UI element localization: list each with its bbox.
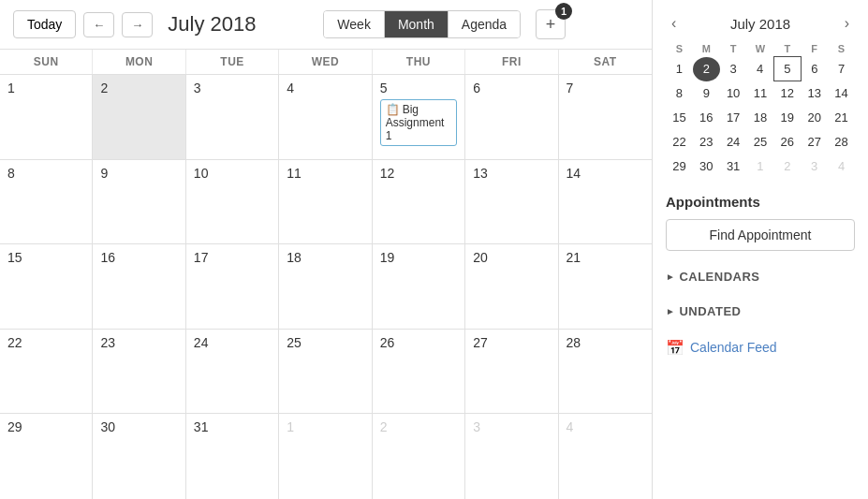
- mini-date-cell[interactable]: 8: [666, 81, 693, 106]
- mini-date-cell[interactable]: 29: [666, 154, 693, 179]
- next-button[interactable]: →: [122, 12, 153, 37]
- undated-header[interactable]: ► UNDATED: [666, 301, 855, 322]
- calendars-header[interactable]: ► CALENDARS: [666, 266, 855, 287]
- mini-date-cell[interactable]: 16: [693, 106, 720, 130]
- calendar-cell[interactable]: 15: [0, 244, 93, 329]
- calendar-cell[interactable]: 12: [373, 160, 465, 244]
- mini-next-button[interactable]: ›: [839, 13, 855, 34]
- calendar-cell[interactable]: 29: [0, 414, 93, 499]
- calendar-cell[interactable]: 21: [559, 244, 652, 329]
- prev-button[interactable]: ←: [83, 12, 114, 37]
- mini-date-cell[interactable]: 11: [747, 81, 774, 106]
- calendar-cell[interactable]: 1: [0, 75, 93, 159]
- date-number: 15: [7, 250, 22, 265]
- calendar-cell[interactable]: 7: [559, 75, 652, 159]
- calendar-cell[interactable]: 24: [186, 330, 279, 414]
- calendar-cell[interactable]: 19: [373, 244, 465, 329]
- mini-date-cell[interactable]: 2: [693, 57, 720, 81]
- calendar-week: 12345📋Big Assignment 167: [0, 75, 652, 160]
- mini-date-cell[interactable]: 30: [693, 154, 720, 179]
- calendar-cell[interactable]: 22: [0, 330, 93, 414]
- calendar-cell[interactable]: 5📋Big Assignment 1: [373, 75, 465, 159]
- calendar-cell[interactable]: 23: [93, 330, 185, 414]
- calendar-cell[interactable]: 10: [186, 160, 279, 244]
- calendar-cell[interactable]: 9: [93, 160, 185, 244]
- mini-date-cell[interactable]: 14: [828, 81, 855, 106]
- calendar-cell[interactable]: 3: [465, 414, 558, 499]
- calendar-cell[interactable]: 28: [559, 330, 652, 414]
- mini-date-cell[interactable]: 15: [666, 106, 693, 130]
- mini-date-cell[interactable]: 24: [720, 130, 747, 154]
- calendar-cell[interactable]: 13: [465, 160, 558, 244]
- day-header-sat: SAT: [559, 50, 652, 74]
- calendar-event[interactable]: 📋Big Assignment 1: [380, 99, 457, 146]
- today-button[interactable]: Today: [13, 10, 76, 38]
- mini-date-cell[interactable]: 26: [773, 130, 801, 154]
- calendar-cell[interactable]: 30: [93, 414, 185, 499]
- calendar-grid: SUN MON TUE WED THU FRI SAT 12345📋Big As…: [0, 50, 652, 499]
- calendar-cell[interactable]: 25: [279, 330, 372, 414]
- mini-date-cell[interactable]: 1: [747, 154, 774, 179]
- mini-date-cell[interactable]: 22: [666, 130, 693, 154]
- calendar-cell[interactable]: 20: [465, 244, 558, 329]
- mini-day-header: S: [666, 41, 693, 57]
- date-number: 30: [100, 419, 115, 434]
- month-view-button[interactable]: Month: [385, 11, 449, 37]
- calendar-feed-link[interactable]: 📅 Calendar Feed: [666, 335, 855, 360]
- date-number: 23: [100, 335, 115, 350]
- mini-day-header: T: [720, 41, 747, 57]
- calendar-cell[interactable]: 27: [465, 330, 558, 414]
- agenda-view-button[interactable]: Agenda: [449, 11, 520, 37]
- mini-date-cell[interactable]: 5: [773, 57, 801, 81]
- calendar-cell[interactable]: 2: [373, 414, 465, 499]
- calendar-week: 22232425262728: [0, 330, 652, 415]
- mini-date-cell[interactable]: 7: [828, 57, 855, 81]
- mini-date-cell[interactable]: 2: [773, 154, 801, 179]
- calendar-cell[interactable]: 3: [186, 75, 279, 159]
- mini-date-cell[interactable]: 4: [828, 154, 855, 179]
- calendar-cell[interactable]: 16: [93, 244, 185, 329]
- mini-date-cell[interactable]: 21: [828, 106, 855, 130]
- calendars-label: CALENDARS: [679, 270, 759, 284]
- calendar-cell[interactable]: 2: [93, 75, 185, 159]
- calendar-cell[interactable]: 26: [373, 330, 465, 414]
- calendars-section: ► CALENDARS: [666, 266, 855, 287]
- calendar-cell[interactable]: 6: [465, 75, 558, 159]
- mini-date-cell[interactable]: 1: [666, 57, 693, 81]
- mini-date-cell[interactable]: 3: [720, 57, 747, 81]
- calendar-cell[interactable]: 11: [279, 160, 372, 244]
- mini-date-cell[interactable]: 3: [801, 154, 828, 179]
- calendar-cell[interactable]: 31: [186, 414, 279, 499]
- mini-date-cell[interactable]: 12: [773, 81, 801, 106]
- mini-date-cell[interactable]: 18: [747, 106, 774, 130]
- week-view-button[interactable]: Week: [324, 11, 385, 37]
- calendar-cell[interactable]: 18: [279, 244, 372, 329]
- calendar-cell[interactable]: 14: [559, 160, 652, 244]
- mini-date-cell[interactable]: 20: [801, 106, 828, 130]
- calendar-week: 891011121314: [0, 160, 652, 245]
- add-event-button[interactable]: + 1: [536, 9, 566, 39]
- mini-date-cell[interactable]: 9: [693, 81, 720, 106]
- mini-date-cell[interactable]: 10: [720, 81, 747, 106]
- mini-date-cell[interactable]: 27: [801, 130, 828, 154]
- find-appointment-button[interactable]: Find Appointment: [666, 219, 855, 251]
- calendar-weeks: 12345📋Big Assignment 1678910111213141516…: [0, 75, 652, 499]
- calendar-cell[interactable]: 17: [186, 244, 279, 329]
- mini-prev-button[interactable]: ‹: [666, 13, 682, 34]
- mini-date-cell[interactable]: 31: [720, 154, 747, 179]
- mini-date-cell[interactable]: 23: [693, 130, 720, 154]
- mini-date-cell[interactable]: 19: [773, 106, 801, 130]
- date-number: 1: [7, 81, 15, 95]
- calendar-cell[interactable]: 8: [0, 160, 93, 244]
- mini-date-cell[interactable]: 13: [801, 81, 828, 106]
- mini-date-cell[interactable]: 17: [720, 106, 747, 130]
- mini-date-cell[interactable]: 6: [801, 57, 828, 81]
- date-number: 8: [7, 166, 15, 181]
- mini-date-cell[interactable]: 25: [747, 130, 774, 154]
- calendar-cell[interactable]: 4: [279, 75, 372, 159]
- calendar-cell[interactable]: 4: [559, 414, 652, 499]
- mini-date-cell[interactable]: 4: [747, 57, 774, 81]
- date-number: 4: [566, 419, 574, 434]
- mini-date-cell[interactable]: 28: [828, 130, 855, 154]
- calendar-cell[interactable]: 1: [279, 414, 372, 499]
